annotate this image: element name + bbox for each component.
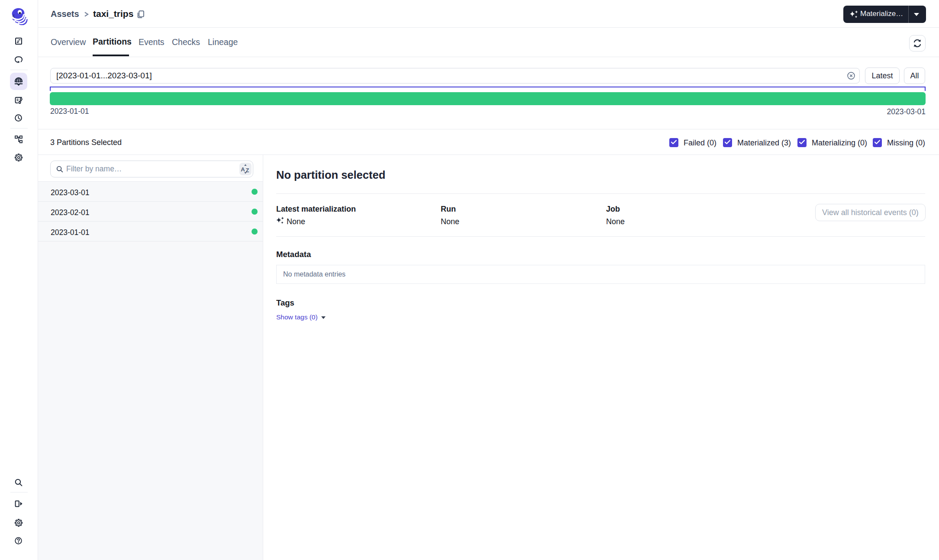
svg-text:A: A (241, 166, 245, 173)
svg-text:Z: Z (245, 167, 249, 174)
